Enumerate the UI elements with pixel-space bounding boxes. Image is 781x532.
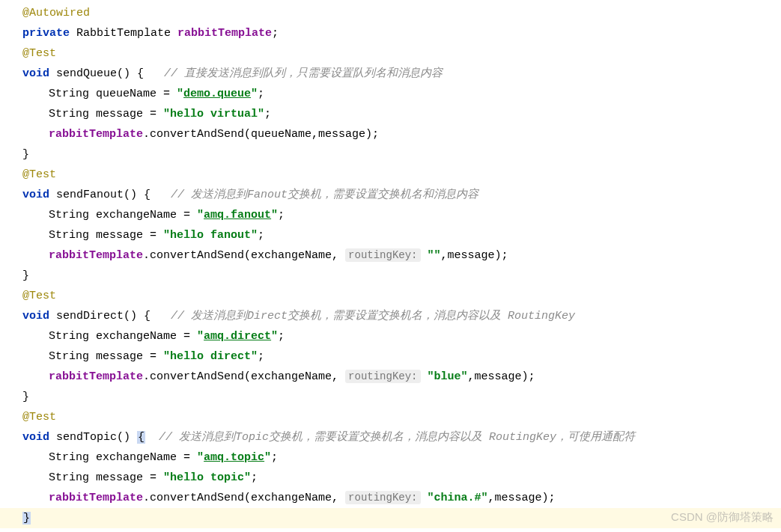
string-literal: amq.topic <box>204 451 264 464</box>
method-sendqueue: sendQueue() <box>49 67 137 80</box>
code-line: @Test <box>0 165 781 185</box>
string-literal: "blue" <box>428 370 468 383</box>
string-literal: demo.queue <box>183 88 251 100</box>
parameter-hint: routingKey: <box>345 370 420 383</box>
code-line-highlighted: } <box>0 508 781 528</box>
code-line: void sendDirect() { // 发送消息到Direct交换机，需要… <box>0 306 781 326</box>
string-literal: " <box>271 209 278 221</box>
semicolon: ; <box>278 209 285 221</box>
code-line: } <box>0 266 781 286</box>
comment: // 发送消息到Fanout交换机，需要设置交换机名和消息内容 <box>151 189 478 201</box>
semicolon: ; <box>271 451 278 464</box>
code-editor[interactable]: @Autowired private RabbitTemplate rabbit… <box>0 0 781 531</box>
method-call: .convertAndSend(exchangeName, <box>143 370 345 383</box>
keyword-void: void <box>22 67 49 80</box>
code-line: String message = "hello topic"; <box>0 468 781 488</box>
comment: // 发送消息到Topic交换机，需要设置交换机名，消息内容以及 Routing… <box>145 431 635 444</box>
parameter-hint: routingKey: <box>345 248 420 262</box>
code-line: rabbitTemplate.convertAndSend(exchangeNa… <box>0 367 781 387</box>
string-literal: "hello fanout" <box>163 229 258 242</box>
string-literal: " <box>271 330 278 343</box>
string-literal: " <box>177 88 183 100</box>
code-line: } <box>0 387 781 407</box>
field-rabbittemplate: rabbitTemplate <box>49 128 143 141</box>
string-literal: "" <box>428 249 441 262</box>
semicolon: ; <box>258 88 264 100</box>
declaration: String message = <box>49 108 163 120</box>
brace-close: } <box>22 148 29 161</box>
brace-close: } <box>22 269 29 282</box>
keyword-private: private <box>22 27 70 40</box>
declaration: String message = <box>49 350 163 363</box>
field-rabbittemplate: rabbitTemplate <box>49 370 143 383</box>
code-line: String queueName = "demo.queue"; <box>0 84 781 104</box>
method-call: .convertAndSend(exchangeName, <box>143 249 345 262</box>
type-rabbittemplate: RabbitTemplate <box>70 27 177 40</box>
brace-open-highlighted: { <box>137 431 145 444</box>
string-literal: " <box>197 209 204 221</box>
parameter-hint: routingKey: <box>345 491 420 504</box>
code-line: @Test <box>0 286 781 306</box>
annotation-autowired: @Autowired <box>22 7 90 19</box>
code-line: @Test <box>0 407 781 427</box>
code-line: rabbitTemplate.convertAndSend(exchangeNa… <box>0 488 781 508</box>
field-rabbittemplate: rabbitTemplate <box>177 27 272 40</box>
code-line: @Test <box>0 43 781 64</box>
code-line: private RabbitTemplate rabbitTemplate; <box>0 23 781 43</box>
code-line: String message = "hello fanout"; <box>0 225 781 245</box>
string-literal: "china.#" <box>428 492 488 504</box>
string-literal: "hello direct" <box>163 350 258 363</box>
comment: // 直接发送消息到队列，只需要设置队列名和消息内容 <box>144 67 443 80</box>
declaration: String message = <box>49 229 163 242</box>
code-line: rabbitTemplate.convertAndSend(exchangeNa… <box>0 245 781 266</box>
field-rabbittemplate: rabbitTemplate <box>49 249 143 262</box>
method-call: .convertAndSend(exchangeName, <box>143 492 345 504</box>
annotation-test: @Test <box>22 290 56 302</box>
string-literal: amq.direct <box>204 330 271 343</box>
string-literal: " <box>251 88 258 100</box>
brace-open: { <box>144 189 151 201</box>
brace-open: { <box>144 310 151 322</box>
method-sendtopic: sendTopic() <box>49 431 137 444</box>
declaration: String exchangeName = <box>49 330 197 343</box>
code-line: @Autowired <box>0 3 781 23</box>
code-line: String exchangeName = "amq.topic"; <box>0 447 781 468</box>
method-senddirect: sendDirect() <box>49 310 144 322</box>
brace-close-highlighted: } <box>22 512 31 525</box>
space <box>421 492 428 504</box>
arguments: ,message); <box>488 492 556 504</box>
code-line: } <box>0 144 781 165</box>
method-call: .convertAndSend(queueName,message); <box>143 128 379 141</box>
code-line: String exchangeName = "amq.fanout"; <box>0 205 781 225</box>
space <box>421 370 428 383</box>
string-literal: " <box>197 330 204 343</box>
field-rabbittemplate: rabbitTemplate <box>49 492 143 504</box>
declaration: String message = <box>49 471 163 484</box>
declaration: String queueName = <box>49 88 177 100</box>
code-line: rabbitTemplate.convertAndSend(queueName,… <box>0 124 781 144</box>
semicolon: ; <box>258 350 264 363</box>
keyword-void: void <box>22 310 49 322</box>
method-sendfanout: sendFanout() <box>49 189 144 201</box>
semicolon: ; <box>264 108 271 120</box>
declaration: String exchangeName = <box>49 451 197 464</box>
semicolon: ; <box>258 229 264 242</box>
string-literal: amq.fanout <box>204 209 271 221</box>
declaration: String exchangeName = <box>49 209 197 221</box>
space <box>421 249 428 262</box>
code-line: String message = "hello virtual"; <box>0 104 781 124</box>
annotation-test: @Test <box>22 47 56 60</box>
annotation-test: @Test <box>22 168 56 181</box>
semicolon: ; <box>278 330 285 343</box>
string-literal: "hello virtual" <box>163 108 264 120</box>
brace-open: { <box>137 67 144 80</box>
code-line: String message = "hello direct"; <box>0 346 781 367</box>
semicolon: ; <box>251 471 258 484</box>
code-line: String exchangeName = "amq.direct"; <box>0 326 781 346</box>
string-literal: " <box>264 451 271 464</box>
string-literal: " <box>197 451 204 464</box>
string-literal: "hello topic" <box>163 471 251 484</box>
semicolon: ; <box>272 27 279 40</box>
brace-close: } <box>22 391 29 403</box>
keyword-void: void <box>22 189 49 201</box>
